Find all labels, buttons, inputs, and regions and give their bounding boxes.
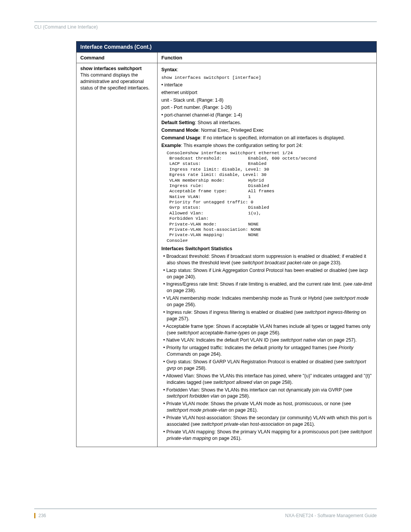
command-mode-label: Command Mode — [161, 128, 198, 133]
stat-pvlan-mode: Private VLAN mode: Shows the private VLA… — [161, 401, 373, 414]
unit-label: unit - Stack unit. (Range: 1-8) — [161, 97, 373, 104]
interface-label: • interface — [161, 82, 373, 88]
command-usage-label: Command Usage — [161, 135, 200, 141]
stat-pvlan-host: Private VLAN host-association: Shows the… — [161, 415, 373, 428]
top-rule — [34, 21, 377, 22]
stat-forbidden-vlan: Forbidden Vlan: Shows the VLANs this int… — [161, 387, 373, 400]
stat-gvrp: Gvrp status: Shows if GARP VLAN Registra… — [161, 359, 373, 372]
port-channel-label: • port-channel channel-id (Range: 1-4) — [161, 112, 373, 118]
content-area: Interface Commands (Cont.) Command Funct… — [76, 41, 377, 447]
command-usage-text: : If no interface is specified, informat… — [200, 135, 345, 141]
stat-native-vlan: Native VLAN: Indicates the default Port … — [161, 337, 373, 343]
stats-heading: Interfaces Switchport Statistics — [161, 246, 373, 252]
stat-vlan-mode: VLAN membership mode: Indicates membersh… — [161, 295, 373, 308]
bottom-rule — [34, 508, 377, 509]
syntax-line: show interfaces switchport [interface] — [161, 75, 261, 80]
stat-rate-limit: Ingress/Egress rate limit: Shows if rate… — [161, 281, 373, 294]
stat-allowed-vlan: Allowed Vlan: Shows the VLANs this inter… — [161, 373, 373, 386]
command-name: show interfaces switchport — [80, 66, 153, 72]
guide-title: NXA-ENET24 - Software Management Guide — [285, 513, 377, 518]
stat-frame-type: Acceptable frame type: Shows if acceptab… — [161, 323, 373, 336]
command-cell: show interfaces switchport This command … — [76, 63, 158, 447]
command-mode-text: : Normal Exec, Privileged Exec — [198, 128, 264, 133]
command-description: This command displays the administrative… — [80, 72, 153, 91]
breadcrumb: CLI (Command Line Interface) — [34, 24, 377, 30]
example-output: Console#show interfaces switchport ether… — [167, 150, 373, 243]
default-setting-label: Default Setting — [161, 120, 195, 125]
syntax-label: Syntax — [161, 67, 177, 72]
example-label: Example — [161, 143, 181, 148]
col-header-function: Function — [158, 53, 377, 63]
function-cell: Syntax: show interfaces switchport [inte… — [158, 63, 377, 447]
stat-broadcast: Broadcast threshold: Shows if broadcast … — [161, 253, 373, 266]
port-label: port - Port number. (Range: 1-26) — [161, 104, 373, 111]
commands-table: Interface Commands (Cont.) Command Funct… — [76, 41, 377, 447]
page: CLI (Command Line Interface) Interface C… — [0, 0, 411, 532]
stat-priority: Priority for untagged traffic: Indicates… — [161, 345, 373, 358]
col-header-command: Command — [76, 53, 158, 63]
table-title: Interface Commands (Cont.) — [76, 42, 377, 53]
page-number: 236 — [34, 513, 46, 518]
ethernet-label: ethernet unit/port — [161, 89, 373, 96]
example-text: : This example shows the configuration s… — [181, 143, 303, 148]
stat-lacp: Lacp status: Shows if Link Aggregation C… — [161, 267, 373, 280]
default-setting-text: : Shows all interfaces. — [195, 120, 241, 125]
stat-ingress-rule: Ingress rule: Shows if ingress filtering… — [161, 309, 373, 322]
stat-pvlan-mapping: Private VLAN mapping: Shows the primary … — [161, 429, 373, 442]
footer: 236 NXA-ENET24 - Software Management Gui… — [34, 513, 377, 518]
